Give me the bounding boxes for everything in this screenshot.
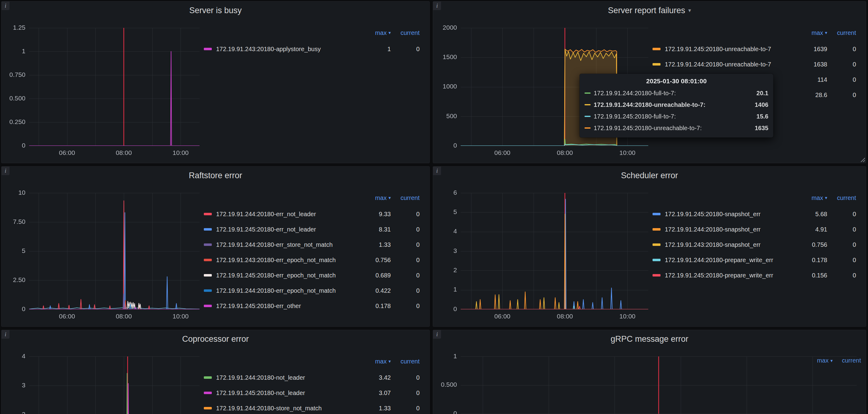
series-color-marker[interactable] (204, 407, 212, 409)
legend-row[interactable]: 172.19.91.245:20180-unreachable-to-71639… (653, 41, 861, 57)
legend-sort-current[interactable]: current (401, 195, 420, 202)
panel-info-icon[interactable]: i (2, 2, 9, 10)
chart-server-is-busy[interactable] (3, 19, 204, 161)
legend-sort-current[interactable]: current (842, 357, 861, 364)
timeseries-canvas[interactable] (3, 348, 204, 414)
legend-sort-max[interactable]: max▾ (375, 29, 391, 36)
series-color-marker[interactable] (653, 63, 660, 66)
legend-row[interactable]: 172.19.91.245:20180-snapshot_err5.680 (653, 206, 861, 222)
panel-title[interactable]: Server report failures (608, 6, 685, 15)
tooltip-series-value: 15.6 (756, 113, 768, 120)
legend-sort-current[interactable]: current (837, 195, 856, 202)
legend-sort-max[interactable]: max▾ (375, 358, 391, 365)
panel-title[interactable]: Coprocessor error (182, 334, 249, 344)
series-color-marker[interactable] (653, 259, 660, 261)
legend-row[interactable]: 172.19.91.244:20180-err_store_not_match1… (204, 237, 425, 252)
series-label[interactable]: 172.19.91.244:20180-store_not_match (216, 405, 361, 412)
series-label[interactable]: 172.19.91.243:20180-snapshot_err (665, 241, 797, 248)
timeseries-canvas[interactable] (3, 184, 204, 324)
chevron-down-icon: ▾ (825, 195, 827, 201)
series-current-value: 0 (416, 303, 420, 310)
legend-row[interactable]: 172.19.91.245:20180-err_other0.1780 (204, 298, 425, 314)
timeseries-canvas[interactable] (435, 348, 861, 414)
series-label[interactable]: 172.19.91.243:20180-applystore_busy (216, 46, 361, 53)
series-label[interactable]: 172.19.91.244:20180-prepare_write_err (665, 256, 797, 264)
legend-row[interactable]: 172.19.91.244:20180-snapshot_err4.910 (653, 222, 861, 237)
panel-coprocessor-error: i Coprocessor error max▾ current 172.19.… (1, 330, 430, 414)
legend-row[interactable]: 172.19.91.243:20180-snapshot_err0.7560 (653, 237, 861, 252)
chart-coprocessor-error[interactable] (3, 348, 204, 414)
legend-row[interactable]: 172.19.91.244:20180-unreachable-to-71638… (653, 57, 861, 72)
panel-info-icon[interactable]: i (2, 330, 9, 339)
series-current-value: 0 (416, 287, 420, 294)
panel-title[interactable]: Scheduler error (621, 171, 678, 180)
tooltip-timestamp: 2025-01-30 08:01:00 (585, 77, 768, 85)
chart-tooltip: 2025-01-30 08:01:00 172.19.91.244:20180-… (580, 74, 773, 137)
series-color-marker[interactable] (204, 213, 212, 215)
timeseries-canvas[interactable] (435, 184, 653, 324)
panel-title[interactable]: Raftstore error (189, 171, 242, 180)
series-label[interactable]: 172.19.91.245:20180-not_leader (216, 389, 361, 396)
tooltip-series-label: 172.19.91.244:20180-unreachable-to-7: (594, 101, 752, 108)
series-color-marker[interactable] (204, 48, 212, 50)
legend-row[interactable]: 172.19.91.243:20180-applystore_busy10 (204, 41, 425, 57)
series-label[interactable]: 172.19.91.244:20180-err_not_leader (216, 211, 361, 218)
series-label[interactable]: 172.19.91.245:20180-unreachable-to-7 (665, 46, 797, 53)
legend-row[interactable]: 172.19.91.244:20180-prepare_write_err0.1… (653, 252, 861, 268)
timeseries-canvas[interactable] (3, 19, 204, 161)
series-color-marker[interactable] (204, 392, 212, 394)
legend-header: max▾ current (653, 189, 861, 206)
series-label[interactable]: 172.19.91.243:20180-err_epoch_not_match (216, 256, 361, 264)
panel-info-icon[interactable]: i (433, 330, 441, 339)
legend-sort-current[interactable]: current (401, 358, 420, 365)
series-color-marker[interactable] (204, 243, 212, 246)
panel-info-icon[interactable]: i (433, 2, 441, 10)
series-label[interactable]: 172.19.91.245:20180-err_epoch_not_match (216, 272, 361, 279)
panel-title[interactable]: gRPC message error (611, 334, 688, 344)
series-color-marker[interactable] (204, 305, 212, 307)
series-color-marker[interactable] (204, 274, 212, 277)
series-color-marker[interactable] (653, 274, 660, 277)
series-label[interactable]: 172.19.91.244:20180-not_leader (216, 374, 361, 381)
chart-grpc-message-error[interactable] (435, 348, 861, 414)
legend-sort-current[interactable]: current (401, 29, 420, 36)
series-color-marker[interactable] (653, 48, 660, 50)
legend-sort-max[interactable]: max▾ (817, 357, 832, 364)
legend-row[interactable]: 172.19.91.243:20180-err_epoch_not_match0… (204, 252, 425, 268)
chevron-down-icon[interactable]: ▾ (688, 7, 691, 14)
legend-row[interactable]: 172.19.91.245:20180-err_not_leader8.310 (204, 222, 425, 237)
series-label[interactable]: 172.19.91.245:20180-prepare_write_err (665, 272, 797, 279)
series-label[interactable]: 172.19.91.245:20180-snapshot_err (665, 211, 797, 218)
series-color-marker[interactable] (204, 376, 212, 379)
series-label[interactable]: 172.19.91.244:20180-unreachable-to-7 (665, 61, 797, 68)
panel-title[interactable]: Server is busy (189, 6, 242, 15)
series-current-value: 0 (416, 256, 420, 264)
legend-row[interactable]: 172.19.91.244:20180-err_not_leader9.330 (204, 206, 425, 222)
series-color-marker[interactable] (653, 213, 660, 215)
legend-row[interactable]: 172.19.91.245:20180-prepare_write_err0.1… (653, 268, 861, 283)
series-color-marker[interactable] (653, 243, 660, 246)
series-label[interactable]: 172.19.91.244:20180-err_epoch_not_match (216, 287, 361, 294)
chart-scheduler-error[interactable] (435, 184, 653, 324)
tooltip-series-value: 1406 (755, 101, 769, 108)
series-color-marker[interactable] (653, 228, 660, 231)
legend-row[interactable]: 172.19.91.244:20180-store_not_match1.330 (204, 401, 425, 414)
legend-sort-max[interactable]: max▾ (812, 195, 827, 202)
series-label[interactable]: 172.19.91.244:20180-snapshot_err (665, 226, 797, 233)
series-label[interactable]: 172.19.91.244:20180-err_store_not_match (216, 241, 361, 248)
panel-info-icon[interactable]: i (2, 167, 9, 175)
legend-sort-current[interactable]: current (837, 29, 856, 36)
panel-info-icon[interactable]: i (433, 167, 441, 175)
series-color-marker[interactable] (204, 259, 212, 261)
chart-raftstore-error[interactable] (3, 184, 204, 324)
legend-row[interactable]: 172.19.91.244:20180-err_epoch_not_match0… (204, 283, 425, 298)
series-label[interactable]: 172.19.91.245:20180-err_not_leader (216, 226, 361, 233)
legend-sort-max[interactable]: max▾ (375, 195, 391, 202)
legend-row[interactable]: 172.19.91.244:20180-not_leader3.420 (204, 370, 425, 385)
legend-row[interactable]: 172.19.91.245:20180-not_leader3.070 (204, 385, 425, 401)
series-color-marker[interactable] (204, 228, 212, 231)
legend-sort-max[interactable]: max▾ (812, 29, 827, 36)
series-color-marker[interactable] (204, 289, 212, 292)
legend-row[interactable]: 172.19.91.245:20180-err_epoch_not_match0… (204, 268, 425, 283)
series-label[interactable]: 172.19.91.245:20180-err_other (216, 303, 361, 310)
